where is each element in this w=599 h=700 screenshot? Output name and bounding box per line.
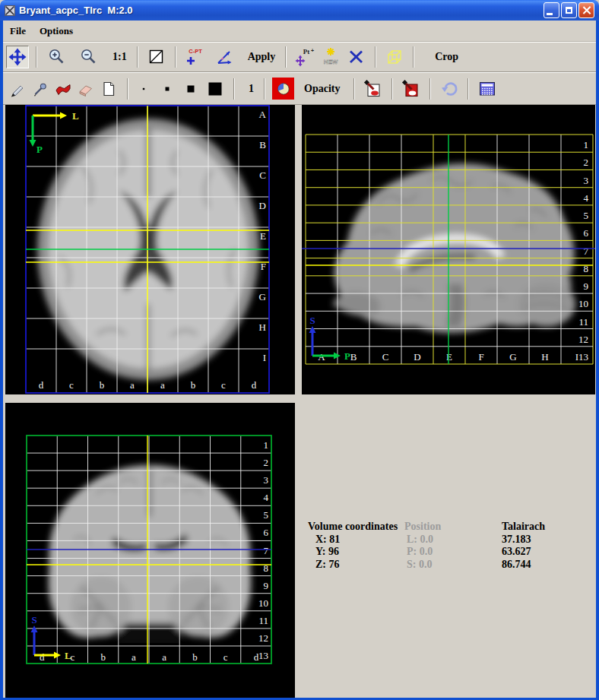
axial-row-label: H <box>259 321 266 333</box>
pencil-tool-button[interactable] <box>6 78 29 100</box>
axial-col-label: b <box>191 379 196 391</box>
pen-size-3-button[interactable] <box>182 78 199 100</box>
axial-col-label: c <box>221 379 226 391</box>
coronal-row-label: 12 <box>258 632 268 644</box>
axial-col-label: a <box>160 379 165 391</box>
close-icon <box>582 6 591 14</box>
toolbar-separator <box>467 78 469 100</box>
coronal-col-label: a <box>132 651 136 663</box>
angle-tool-button[interactable] <box>214 46 236 68</box>
maximize-button[interactable] <box>561 2 577 18</box>
coronal-row-label: 6 <box>264 527 269 538</box>
axial-row-label: E <box>260 230 266 242</box>
zoom-1to1-button[interactable]: 1:1 <box>109 51 130 63</box>
sagittal-row-label: 11 <box>578 316 588 328</box>
eraser-tool-button[interactable] <box>74 78 97 100</box>
title-bar[interactable]: Bryant_acpc_Tlrc M:2.0 <box>0 0 599 21</box>
angle-icon <box>215 48 235 66</box>
svg-text:NEW: NEW <box>324 59 338 65</box>
sagittal-row-label: 12 <box>578 334 588 345</box>
sagittal-row-label: 13 <box>578 351 588 363</box>
sagittal-col-label: D <box>414 351 420 363</box>
svg-text:C-PT: C-PT <box>189 48 202 55</box>
axial-col-label: a <box>130 379 135 391</box>
control-point-button[interactable]: C-PT <box>183 46 208 68</box>
sagittal-col-label: C <box>382 351 389 363</box>
close-button[interactable] <box>578 2 594 18</box>
diagonal-square-icon <box>147 48 166 66</box>
axial-view-canvas[interactable]: ABCDEFGHIdcbaabcd L P <box>5 105 295 394</box>
pt-move-icon: Pt + <box>294 47 315 67</box>
zoom-out-button[interactable] <box>78 46 100 68</box>
menu-options[interactable]: Options <box>33 22 80 40</box>
toolbar-separator <box>36 46 37 68</box>
menu-file[interactable]: File <box>3 22 33 40</box>
coronal-view-canvas[interactable]: 12345678910111213dcbaabcd S L <box>5 403 295 698</box>
axial-row-label: D <box>259 200 266 211</box>
move-tool-button[interactable] <box>6 46 29 68</box>
pen-size-1-icon <box>136 81 151 97</box>
axial-row-label: C <box>259 169 266 181</box>
delete-marker-button[interactable] <box>345 46 368 68</box>
calculator-button[interactable] <box>476 78 499 100</box>
pen-size-1-button[interactable] <box>135 78 152 100</box>
toolbar-separator <box>391 78 393 100</box>
axial-axis-h-label: L <box>72 110 79 122</box>
coordinates-panel: Volume coordinates Position Talairach X:… <box>302 394 596 698</box>
coronal-row-label: 5 <box>264 509 269 521</box>
toolbar-separator <box>429 78 431 100</box>
cube-icon <box>385 48 404 66</box>
toolbar-separator <box>353 78 355 100</box>
crop-button[interactable]: Crop <box>432 51 461 63</box>
zoom-in-button[interactable] <box>46 46 68 68</box>
sagittal-axis-v-label: S <box>309 315 315 326</box>
coronal-col-label: b <box>100 651 106 663</box>
volume-y-value: Y: 96 <box>308 546 404 559</box>
minimize-button[interactable] <box>544 2 559 18</box>
coronal-row-label: 10 <box>258 597 268 609</box>
calculator-icon <box>477 79 497 99</box>
sagittal-row-label: 2 <box>584 157 589 168</box>
pencil-icon <box>8 80 27 98</box>
undo-button[interactable] <box>438 78 461 100</box>
pen-size-2-button[interactable] <box>159 78 176 100</box>
coronal-row-label: 8 <box>264 562 269 574</box>
coronal-col-label: d <box>40 651 45 663</box>
coronal-col-label: a <box>162 651 166 663</box>
paint-volume-button[interactable] <box>362 78 385 100</box>
eraser-icon <box>77 80 95 98</box>
zoom-in-icon <box>48 48 66 66</box>
opacity-toggle-button[interactable] <box>272 78 294 100</box>
pen-size-2-icon <box>160 81 175 97</box>
axial-col-label: b <box>100 379 105 391</box>
pen-size-4-button[interactable] <box>204 78 227 100</box>
position-p-value: P: 0.0 <box>404 546 502 559</box>
new-page-button[interactable] <box>97 78 120 100</box>
volume-crop-button[interactable] <box>383 46 406 68</box>
sagittal-axis-h-label: P <box>344 350 350 362</box>
apply-button[interactable]: Apply <box>245 51 279 63</box>
sagittal-view-canvas[interactable]: 12345678910111213ABCDEFGHI S P <box>302 105 595 394</box>
draw-toolbar: 1 Opacity <box>3 72 596 105</box>
coronal-row-label: 9 <box>264 580 269 591</box>
toolbar-separator <box>175 46 176 68</box>
opacity-label: Opacity <box>301 83 343 95</box>
add-point-button[interactable]: Pt + <box>293 46 316 68</box>
eyedropper-tool-button[interactable] <box>29 78 52 100</box>
window-level-button[interactable] <box>145 46 168 68</box>
toolbar-separator <box>413 46 414 68</box>
sagittal-row-label: 3 <box>584 175 589 186</box>
coronal-row-label: 4 <box>264 492 269 503</box>
new-marker-button[interactable]: NEW <box>319 46 342 68</box>
sagittal-col-label: F <box>478 351 483 363</box>
sagittal-col-label: E <box>446 351 452 363</box>
flood-fill-button[interactable] <box>52 78 74 100</box>
axial-row-label: I <box>263 352 266 363</box>
window-border-left <box>0 21 3 700</box>
brush-on-red-page-icon <box>401 79 421 99</box>
sagittal-row-label: 4 <box>584 192 589 204</box>
app-window: Bryant_acpc_Tlrc M:2.0 File Options <box>0 0 599 700</box>
pen-width-value[interactable]: 1 <box>246 83 257 95</box>
undo-arrow-icon <box>439 79 459 99</box>
erase-volume-button[interactable] <box>400 78 423 100</box>
